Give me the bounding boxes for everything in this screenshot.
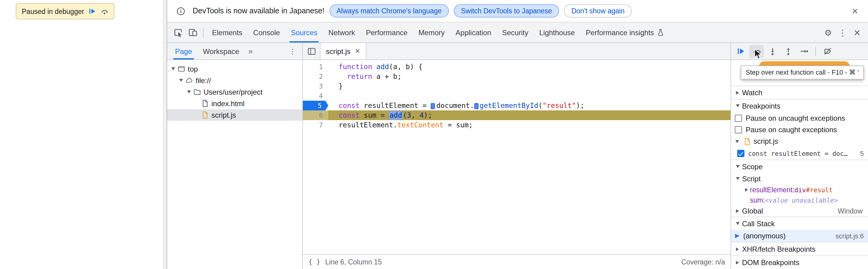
code-text: function add(a, b) { [328,62,731,72]
tab-label: Elements [212,28,242,37]
flask-icon [656,28,664,36]
line-number[interactable]: 2 [303,72,328,81]
variable-value-id: #result [806,186,833,193]
cursor-position-status: Line 6, Column 15 [325,258,382,265]
expanded-twisty-icon[interactable] [179,79,183,82]
breakpoint-checkbox[interactable] [737,150,744,157]
scope-var-sum[interactable]: sum: <value unavailable> [731,195,868,205]
line-number[interactable]: 3 [303,81,328,91]
editor-tab-title: script.js [326,47,350,55]
inline-breakpoint-marker[interactable] [474,103,478,109]
devtools-toolbar: ElementsConsoleSourcesNetworkPerformance… [167,22,868,43]
inline-breakpoint-marker[interactable] [431,103,435,109]
step-over-tooltip: Step over next function call - F10 - ⌘ ' [741,65,864,79]
expanded-twisty-icon[interactable] [187,90,190,93]
tree-item-script-js[interactable]: script.js [167,109,302,121]
section-dom-breakpoints[interactable]: DOM Breakpoints [731,255,868,269]
tab-memory[interactable]: Memory [413,22,451,43]
tab-sources[interactable]: Sources [285,22,323,43]
tab-application[interactable]: Application [450,22,496,43]
tab-label: Memory [418,28,445,37]
deactivate-breakpoints-icon[interactable] [820,45,835,58]
editor-tab-script-js[interactable]: script.js ✕ [320,43,367,59]
line-number[interactable]: 7 [303,120,328,130]
tab-performance-insights[interactable]: Performance insights [580,22,670,43]
tree-item-users-user-project[interactable]: Users/user/project [167,86,302,98]
device-toolbar-icon[interactable] [185,25,200,40]
js-file-icon [200,111,210,119]
tab-elements[interactable]: Elements [207,22,248,43]
resume-script-icon[interactable] [734,45,748,58]
navigator-kebab-icon[interactable]: ⋮ [285,44,300,58]
tree-item-index-html[interactable]: index.html [167,98,302,109]
section-watch[interactable]: Watch [731,85,868,99]
inspect-element-icon[interactable] [171,25,185,40]
pause-caught-exceptions-row[interactable]: Pause on caught exceptions [731,124,868,135]
pause-uncaught-exceptions-row[interactable]: Pause on uncaught exceptions [731,112,868,124]
browser-page-area: Paused in debugger [0,0,163,269]
tab-label: Network [328,28,355,37]
breakpoint-marker[interactable]: 5 [303,101,328,110]
overlay-step-over-icon[interactable] [100,7,108,15]
scope-script-group[interactable]: Script [731,173,868,184]
uncaught-exceptions-checkbox[interactable] [735,114,742,122]
tab-console[interactable]: Console [248,22,285,43]
collapsed-twisty-icon[interactable] [736,247,739,251]
expanded-twisty-icon[interactable] [736,222,739,225]
collapsed-twisty-icon[interactable] [736,91,739,94]
tree-item-file[interactable]: file:// [167,75,302,86]
step-into-icon[interactable] [765,45,780,58]
section-call-stack[interactable]: Call Stack [731,217,868,230]
navigator-tab-page[interactable]: Page [169,43,197,59]
collapsed-twisty-icon[interactable] [736,261,739,264]
scope-global-group[interactable]: Global Window [731,205,868,217]
watch-section-label: Watch [742,88,762,97]
infobar-close-icon[interactable]: ✕ [848,5,862,17]
screen: Paused in debugger DevTools is now avail… [0,0,868,269]
kebab-menu-icon[interactable]: ⋮ [835,25,850,40]
xhr-breakpoints-label: XHR/fetch Breakpoints [742,245,816,253]
code-token: 3 [407,111,411,119]
expanded-twisty-icon[interactable] [171,67,175,70]
section-breakpoints[interactable]: Breakpoints [731,99,868,112]
navigator-tab-workspace[interactable]: Workspace [197,43,245,59]
line-number[interactable]: 6 [303,110,328,120]
code-token: ); [424,111,432,119]
tree-item-top[interactable]: top [167,63,302,75]
breakpoint-file-group[interactable]: script.js [731,135,868,147]
code-token: ( [403,111,407,119]
paused-in-debugger-overlay: Paused in debugger [16,3,115,20]
section-xhr-breakpoints[interactable]: XHR/fetch Breakpoints [731,242,868,255]
expanded-twisty-icon[interactable] [736,177,739,180]
caught-exceptions-checkbox[interactable] [735,126,742,133]
more-tabs-icon[interactable]: » [248,47,253,56]
scope-var-resultelement[interactable]: resultElement: div#result [731,184,868,195]
switch-to-japanese-button[interactable]: Switch DevTools to Japanese [454,4,559,18]
tab-security[interactable]: Security [497,22,534,43]
overlay-resume-icon[interactable] [88,7,96,15]
breakpoint-entry[interactable]: const resultElement = doc… 5 [731,147,868,160]
expanded-twisty-icon[interactable] [736,165,739,168]
line-number[interactable]: 4 [303,91,328,101]
devtools-close-icon[interactable]: ✕ [850,25,864,40]
settings-gear-icon[interactable]: ⚙ [821,25,835,40]
expanded-twisty-icon[interactable] [735,140,739,143]
tab-network[interactable]: Network [323,22,361,43]
pretty-print-icon[interactable]: { } [308,258,320,266]
tab-lighthouse[interactable]: Lighthouse [534,22,580,43]
step-out-icon[interactable] [781,45,795,58]
step-icon[interactable] [797,45,811,58]
collapsed-twisty-icon[interactable] [745,188,748,191]
toggle-navigator-icon[interactable] [304,44,319,58]
tab-performance[interactable]: Performance [361,22,413,43]
call-stack-frame[interactable]: (anonymous) script.js:6 [731,230,868,242]
section-scope[interactable]: Scope [731,160,868,173]
always-match-language-button[interactable]: Always match Chrome's language [329,4,449,18]
line-number[interactable]: 1 [303,62,328,72]
code-area[interactable]: 1function add(a, b) {2 return a + b;3}45… [303,60,731,254]
editor-tab-close-icon[interactable]: ✕ [355,47,360,55]
collapsed-twisty-icon[interactable] [736,209,739,213]
tree-item-label: file:// [196,76,211,85]
dont-show-again-button[interactable]: Don't show again [564,4,632,18]
expanded-twisty-icon[interactable] [736,104,739,107]
